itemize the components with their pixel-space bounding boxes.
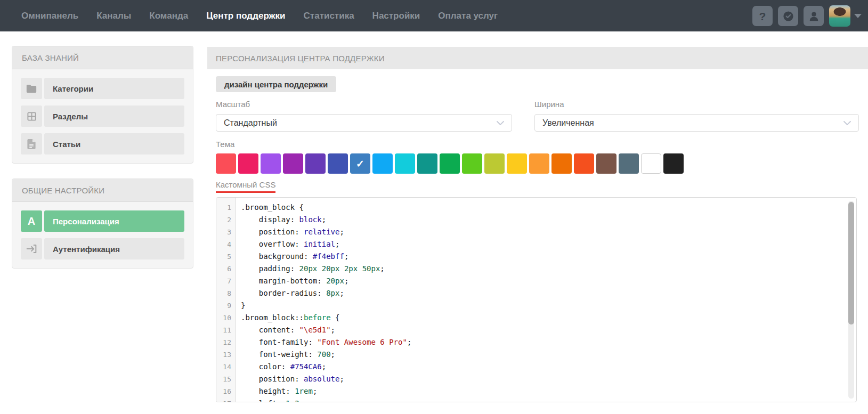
sidebar-item-label: Категории	[44, 78, 184, 99]
sidebar-item-label: Статьи	[44, 133, 184, 155]
top-navbar: Омнипанель Каналы Команда Центр поддержк…	[0, 0, 868, 31]
nav-item-support-center[interactable]: Центр поддержки	[206, 11, 285, 21]
verified-button[interactable]	[778, 6, 798, 26]
theme-swatch-yellow[interactable]	[507, 153, 527, 174]
scrollbar-thumb[interactable]	[848, 202, 854, 324]
general-settings-title: ОБЩИЕ НАСТРОЙКИ	[12, 179, 193, 202]
sidebar-item-sections[interactable]: Разделы	[21, 105, 184, 127]
sidebar-item-articles[interactable]: Статьи	[21, 133, 184, 155]
chevron-down-icon	[854, 14, 862, 18]
avatar-image	[829, 5, 850, 27]
theme-swatch-light-blue[interactable]	[372, 153, 393, 174]
theme-swatch-orange[interactable]	[529, 153, 549, 174]
nav-item-omnipanel[interactable]: Омнипанель	[21, 11, 78, 21]
login-icon	[21, 238, 42, 259]
nav-item-statistics[interactable]: Статистика	[304, 11, 354, 21]
code-line: font-weight: 700;	[241, 348, 846, 361]
line-number: 17	[216, 397, 236, 402]
verified-badge-icon	[782, 10, 794, 22]
user-icon	[808, 10, 820, 22]
question-mark-icon: ?	[759, 11, 766, 22]
code-line: border-radius: 8px;	[241, 287, 846, 299]
letter-a-icon: A	[21, 210, 42, 232]
code-line: .broom_block::before {	[241, 312, 846, 324]
sidebar-item-label: Разделы	[44, 105, 184, 127]
line-number: 8	[216, 287, 236, 299]
theme-swatch-cyan[interactable]	[395, 153, 415, 174]
theme-swatch-indigo[interactable]	[328, 153, 348, 174]
chevron-down-icon	[843, 121, 851, 125]
check-icon: ✓	[350, 153, 370, 174]
theme-swatch-red-orange[interactable]	[574, 153, 594, 174]
code-line: left: 1.3rem;	[241, 397, 846, 402]
code-line: background: #f4ebff;	[241, 250, 846, 263]
line-number: 12	[216, 336, 236, 348]
line-number: 9	[216, 299, 236, 312]
theme-swatch-teal[interactable]	[417, 153, 437, 174]
line-number: 14	[216, 361, 236, 373]
line-number: 15	[216, 373, 236, 385]
width-label: Ширина	[534, 100, 564, 109]
sidebar-item-label: Аутентификация	[44, 238, 184, 259]
line-number: 2	[216, 214, 236, 226]
code-line: color: #754CA6;	[241, 361, 846, 373]
theme-swatches: ✓	[216, 153, 684, 174]
editor-scrollbar[interactable]	[848, 201, 854, 399]
page-title: ПЕРСОНАЛИЗАЦИЯ ЦЕНТРА ПОДДЕРЖКИ	[207, 47, 868, 69]
nav-item-team[interactable]: Команда	[149, 11, 188, 21]
code-line: display: block;	[241, 214, 846, 226]
account-menu[interactable]	[829, 5, 862, 27]
line-number: 10	[216, 312, 236, 324]
knowledge-base-card: БАЗА ЗНАНИЙ Категории Разделы Статьи	[12, 46, 193, 164]
code-line: position: absolute;	[241, 373, 846, 385]
scale-label: Масштаб	[216, 100, 250, 109]
code-line: .broom_block {	[241, 201, 846, 214]
theme-swatch-light-purple[interactable]	[261, 153, 281, 174]
width-select-value: Увеличенная	[542, 118, 594, 128]
theme-swatch-black[interactable]	[663, 153, 684, 174]
line-number: 5	[216, 250, 236, 263]
editor-code: .broom_block { display: block; position:…	[237, 198, 846, 402]
theme-swatch-pink[interactable]	[238, 153, 258, 174]
sidebar-item-categories[interactable]: Категории	[21, 78, 184, 99]
theme-swatch-blue[interactable]: ✓	[350, 153, 370, 174]
general-settings-card: ОБЩИЕ НАСТРОЙКИ A Персонализация Аутенти…	[12, 178, 193, 269]
sidebar-item-authentication[interactable]: Аутентификация	[21, 238, 184, 259]
folder-icon	[21, 78, 42, 99]
main-nav: Омнипанель Каналы Команда Центр поддержк…	[21, 0, 498, 31]
profile-button[interactable]	[804, 6, 824, 26]
navbar-actions: ?	[752, 5, 862, 27]
design-tab[interactable]: дизайн центра поддержки	[216, 76, 336, 92]
editor-gutter: 1234567891011121314151617	[216, 198, 236, 402]
theme-swatch-green[interactable]	[440, 153, 460, 174]
theme-swatch-light-green[interactable]	[462, 153, 482, 174]
css-editor[interactable]: 1234567891011121314151617 .broom_block {…	[216, 197, 857, 402]
sidebar-item-personalization[interactable]: A Персонализация	[21, 210, 184, 232]
theme-swatch-red[interactable]	[216, 153, 236, 174]
theme-swatch-dark-orange[interactable]	[551, 153, 572, 174]
theme-swatch-slate[interactable]	[619, 153, 639, 174]
line-number: 7	[216, 275, 236, 287]
theme-swatch-olive[interactable]	[484, 153, 505, 174]
grid-icon	[21, 105, 42, 127]
code-line: overflow: initial;	[241, 238, 846, 250]
theme-swatch-white[interactable]	[641, 153, 661, 174]
theme-swatch-purple[interactable]	[283, 153, 303, 174]
custom-css-label: Кастомный CSS	[216, 180, 275, 193]
theme-label: Тема	[216, 140, 234, 149]
width-select[interactable]: Увеличенная	[534, 114, 859, 132]
scale-select-value: Стандартный	[224, 118, 277, 128]
line-number: 3	[216, 226, 236, 238]
nav-item-settings[interactable]: Настройки	[372, 11, 420, 21]
nav-item-payment[interactable]: Оплата услуг	[438, 11, 498, 21]
nav-item-channels[interactable]: Каналы	[96, 11, 131, 21]
theme-swatch-brown[interactable]	[596, 153, 616, 174]
file-icon	[21, 133, 42, 155]
sidebar-item-label: Персонализация	[44, 210, 184, 232]
scale-select[interactable]: Стандартный	[216, 114, 512, 132]
help-button[interactable]: ?	[752, 6, 773, 26]
code-line: margin-bottom: 20px;	[241, 275, 846, 287]
theme-swatch-deep-purple[interactable]	[305, 153, 326, 174]
code-line: }	[241, 299, 846, 312]
line-number: 4	[216, 238, 236, 250]
